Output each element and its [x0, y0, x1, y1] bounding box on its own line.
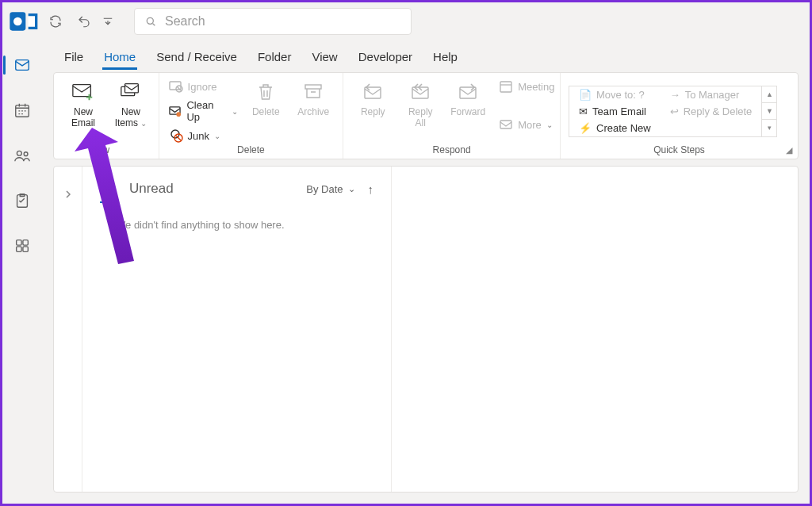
new-items-icon — [117, 79, 145, 105]
chevron-down-icon: ⌄ — [348, 184, 355, 194]
reply-button[interactable]: Reply — [351, 78, 394, 120]
qs-move-to[interactable]: 📄Move to: ? — [569, 86, 661, 103]
delete-button[interactable]: Delete — [244, 78, 287, 120]
new-items-label: NewItems — [115, 106, 140, 128]
empty-message: We didn't find anything to show here. — [82, 201, 391, 231]
reply-arrow-icon: ↩ — [670, 105, 679, 117]
calendar-icon — [499, 79, 513, 94]
archive-button[interactable]: Archive — [292, 78, 335, 120]
more-icon — [499, 117, 513, 132]
outlook-app-icon — [7, 6, 39, 37]
sync-button[interactable] — [44, 10, 67, 33]
folder-pane-toggle[interactable] — [54, 167, 82, 492]
tab-view[interactable]: View — [312, 50, 337, 63]
bolt-icon: ⚡ — [579, 122, 592, 134]
tab-folder[interactable]: Folder — [258, 50, 292, 63]
forward-label: Forward — [450, 107, 485, 118]
nav-more-apps[interactable] — [3, 232, 41, 259]
inbox-tab-unread[interactable]: Unread — [129, 181, 174, 197]
junk-button[interactable]: Junk ⌄ — [167, 127, 240, 144]
arrow-right-icon: → — [670, 89, 680, 101]
ignore-label: Ignore — [188, 81, 217, 93]
qs-reply-delete[interactable]: ↩Reply & Delete — [661, 103, 762, 120]
tab-developer[interactable]: Developer — [358, 50, 412, 63]
svg-rect-3 — [16, 60, 29, 71]
svg-rect-10 — [17, 247, 21, 251]
more-label: More — [518, 119, 542, 131]
svg-rect-8 — [17, 240, 21, 245]
svg-rect-12 — [73, 85, 91, 97]
reading-pane — [392, 167, 798, 492]
group-label-quick-steps: Quick Steps — [569, 144, 790, 157]
sort-by-button[interactable]: By Date ⌄ ↑ — [306, 182, 373, 196]
archive-label: Archive — [297, 107, 329, 118]
arrow-up-icon[interactable]: ↑ — [368, 182, 374, 196]
sort-label: By Date — [306, 183, 343, 195]
envelope-plus-icon — [69, 79, 98, 105]
quick-steps-launcher[interactable]: ◢ — [783, 144, 795, 155]
undo-button[interactable] — [72, 10, 96, 33]
meeting-label: Meeting — [518, 81, 554, 93]
trash-icon — [251, 79, 280, 105]
forward-icon — [454, 79, 482, 105]
group-label-respond: Respond — [351, 144, 552, 157]
search-placeholder: Search — [165, 14, 205, 29]
svg-point-1 — [13, 17, 22, 26]
nav-calendar[interactable] — [3, 97, 41, 124]
clean-up-icon — [169, 104, 182, 118]
reply-all-label: ReplyAll — [408, 107, 433, 129]
tab-send-receive[interactable]: Send / Receive — [156, 50, 237, 63]
reply-icon — [358, 79, 387, 105]
ribbon-tabs: File Home Send / Receive Folder View Dev… — [42, 40, 810, 72]
group-label-new: w — [62, 144, 151, 157]
junk-label: Junk — [188, 130, 209, 142]
content-area: All Unread By Date ⌄ ↑ We didn't find an… — [53, 166, 799, 493]
tab-file[interactable]: File — [64, 50, 83, 63]
qs-team-email[interactable]: ✉Team Email — [569, 103, 661, 120]
qs-scroll-up[interactable]: ▲ — [762, 86, 776, 103]
quick-steps-gallery[interactable]: 📄Move to: ? ✉Team Email ⚡Create New →To … — [569, 86, 777, 137]
message-list-pane: All Unread By Date ⌄ ↑ We didn't find an… — [82, 167, 392, 492]
nav-people[interactable] — [3, 142, 41, 169]
ignore-button[interactable]: Ignore — [167, 78, 240, 95]
svg-rect-11 — [23, 247, 28, 251]
delete-label: Delete — [252, 107, 280, 118]
group-label-delete: Delete — [167, 144, 335, 157]
svg-point-18 — [176, 112, 181, 117]
search-icon — [144, 15, 157, 28]
tab-home[interactable]: Home — [104, 50, 136, 63]
inbox-tab-all[interactable]: All — [100, 181, 115, 197]
folder-arrow-icon: 📄 — [579, 89, 592, 101]
meeting-button[interactable]: Meeting — [497, 78, 556, 95]
qs-to-manager[interactable]: →To Manager — [661, 86, 762, 103]
left-navigation-bar — [2, 40, 42, 504]
reply-all-button[interactable]: ReplyAll — [399, 78, 442, 131]
svg-rect-14 — [125, 84, 139, 93]
chevron-right-icon — [64, 190, 72, 198]
ribbon: NewEmail NewItems ⌄ w — [53, 72, 799, 159]
new-items-button[interactable]: NewItems ⌄ — [109, 78, 152, 131]
forward-button[interactable]: Forward — [446, 78, 489, 120]
junk-icon — [169, 128, 183, 143]
envelope-icon: ✉ — [579, 105, 588, 117]
tab-help[interactable]: Help — [433, 50, 458, 63]
qs-create-new[interactable]: ⚡Create New — [569, 120, 661, 136]
nav-mail[interactable] — [3, 52, 41, 79]
svg-rect-26 — [500, 121, 511, 128]
new-email-button[interactable]: NewEmail — [62, 78, 105, 131]
reply-all-icon — [406, 79, 435, 105]
more-respond-button[interactable]: More ⌄ — [497, 116, 556, 133]
svg-rect-9 — [23, 240, 28, 245]
ignore-icon — [169, 79, 183, 94]
nav-tasks[interactable] — [3, 187, 41, 214]
qs-scroll-down[interactable]: ▼ — [762, 103, 776, 120]
qat-dropdown[interactable] — [101, 10, 115, 33]
svg-rect-21 — [305, 85, 321, 89]
clean-up-button[interactable]: Clean Up ⌄ — [167, 98, 240, 125]
search-input[interactable]: Search — [134, 8, 412, 35]
new-email-label: NewEmail — [71, 107, 95, 129]
svg-point-5 — [17, 151, 21, 155]
svg-point-2 — [147, 17, 153, 24]
svg-rect-25 — [500, 82, 511, 92]
qs-expand[interactable]: ▾ — [762, 120, 776, 136]
